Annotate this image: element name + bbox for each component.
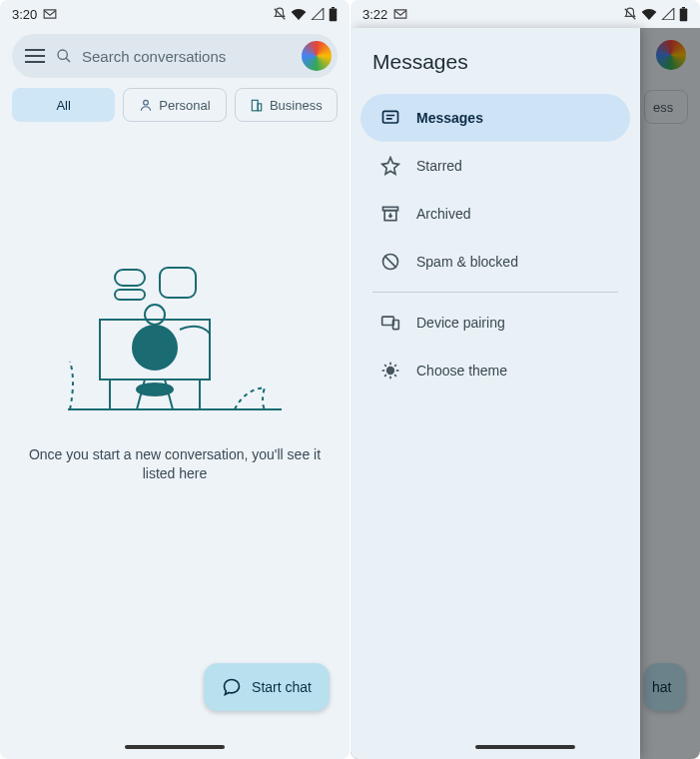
dnd-icon [273,6,287,22]
gmail-icon [43,8,57,20]
chip-label: All [56,98,70,113]
star-icon [380,156,400,176]
svg-rect-20 [383,111,398,123]
avatar[interactable] [302,41,332,71]
drawer-separator [372,292,618,293]
svg-rect-2 [332,7,335,9]
chip-business[interactable]: Business [235,88,338,122]
chat-icon [222,677,242,697]
drawer-item-spam[interactable]: Spam & blocked [360,238,630,286]
svg-rect-14 [115,270,145,286]
filter-chips: All Personal Business [0,84,350,130]
svg-rect-6 [252,100,258,111]
svg-point-13 [145,305,165,325]
drawer-title: Messages [350,42,640,94]
svg-rect-18 [680,8,688,21]
svg-rect-27 [382,317,394,325]
status-bar: 3:22 [350,0,700,28]
drawer-item-label: Messages [416,110,483,126]
start-chat-button[interactable]: Start chat [204,663,330,711]
svg-line-35 [394,375,396,377]
chip-all[interactable]: All [12,88,115,122]
svg-point-11 [133,326,177,370]
svg-rect-1 [330,8,338,21]
svg-line-36 [384,375,386,377]
svg-line-37 [394,365,396,367]
svg-rect-16 [160,268,196,298]
drawer-item-label: Choose theme [416,363,507,379]
person-icon [139,98,153,112]
drawer-item-starred[interactable]: Starred [360,142,630,190]
menu-icon[interactable] [24,49,46,63]
svg-line-26 [384,256,396,268]
dnd-icon [623,6,637,22]
svg-rect-19 [682,7,685,9]
theme-icon [380,361,400,380]
screen-drawer: 3:22 ess hat Messages Messages [350,0,700,759]
empty-illustration [60,260,290,429]
search-icon [56,48,72,64]
drawer-item-messages[interactable]: Messages [360,94,630,142]
status-time: 3:22 [362,7,387,22]
drawer-item-label: Archived [416,206,470,222]
chip-label: Personal [159,98,210,113]
wifi-icon [291,8,307,20]
empty-text: Once you start a new conversation, you'l… [24,445,326,483]
status-time: 3:20 [12,7,37,22]
svg-point-29 [386,367,394,375]
status-bar: 3:20 [0,0,350,28]
svg-line-4 [66,58,70,62]
drawer-item-label: Starred [416,158,462,174]
chip-personal[interactable]: Personal [123,88,226,122]
chip-label: Business [270,98,323,113]
svg-point-12 [137,383,173,395]
svg-rect-15 [115,290,145,300]
wifi-icon [641,8,657,20]
svg-point-3 [58,50,67,59]
search-bar[interactable]: Search conversations [12,34,338,78]
svg-line-34 [384,365,386,367]
drawer-item-theme[interactable]: Choose theme [360,347,630,394]
building-icon [250,98,264,112]
battery-icon [679,7,688,22]
archive-icon [380,204,400,224]
drawer-item-label: Device pairing [416,315,505,331]
fab-label: Start chat [252,679,312,695]
screen-main: 3:20 Search conversations [0,0,350,759]
nav-pill [475,745,575,749]
gmail-icon [393,8,407,20]
drawer-item-label: Spam & blocked [416,254,518,270]
nav-pill [125,745,225,749]
empty-state: Once you start a new conversation, you'l… [0,130,350,483]
battery-icon [329,7,338,22]
svg-point-5 [144,100,149,105]
drawer-item-pairing[interactable]: Device pairing [360,299,630,347]
drawer-item-archived[interactable]: Archived [360,190,630,238]
devices-icon [380,313,400,333]
search-placeholder: Search conversations [82,48,292,65]
block-icon [380,252,400,272]
signal-icon [661,8,675,20]
signal-icon [311,8,325,20]
svg-rect-7 [258,104,262,111]
nav-drawer: Messages Messages Starred Archived Spam … [350,28,640,759]
messages-icon [380,108,400,128]
